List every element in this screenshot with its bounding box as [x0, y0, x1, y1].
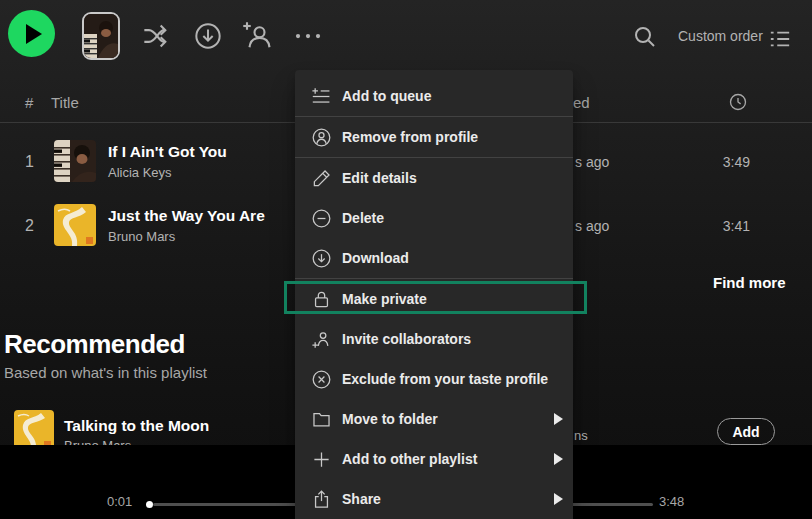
minus-circle-icon [311, 208, 331, 228]
recommended-subtitle: Based on what's in this playlist [4, 364, 207, 381]
shuffle-icon[interactable] [141, 21, 171, 51]
x-circle-icon [311, 369, 331, 389]
folder-icon [311, 409, 331, 429]
track-index: 1 [25, 153, 34, 171]
track-date-added-partial: s ago [575, 218, 609, 234]
recommended-album-art [14, 410, 54, 450]
menu-item-edit-details[interactable]: Edit details [295, 158, 573, 198]
recommended-title: Recommended [4, 329, 185, 360]
add-button[interactable]: Add [717, 418, 775, 445]
menu-item-make-private[interactable]: Make private [295, 279, 573, 319]
track-title[interactable]: If I Ain't Got You [108, 143, 227, 161]
menu-item-label: Download [342, 250, 409, 266]
menu-item-add-to-other-playlist[interactable]: Add to other playlist [295, 439, 573, 479]
menu-item-label: Move to folder [342, 411, 438, 427]
elapsed-time: 0:01 [107, 494, 132, 509]
add-collaborator-icon[interactable] [242, 21, 272, 51]
track-duration: 3:49 [700, 154, 750, 170]
track-date-added-partial: s ago [575, 154, 609, 170]
menu-item-label: Invite collaborators [342, 331, 471, 347]
download-circle-icon [311, 248, 331, 268]
user-circle-icon [311, 127, 331, 147]
menu-item-invite-collaborators[interactable]: Invite collaborators [295, 319, 573, 359]
submenu-arrow-icon [554, 493, 563, 505]
menu-item-remove-from-profile[interactable]: Remove from profile [295, 117, 573, 157]
plus-icon [311, 449, 331, 469]
menu-item-share[interactable]: Share [295, 479, 573, 519]
track-duration: 3:41 [700, 218, 750, 234]
menu-item-delete[interactable]: Delete [295, 198, 573, 238]
album-art-bruno [54, 204, 96, 246]
clock-icon[interactable] [729, 93, 747, 111]
menu-item-label: Make private [342, 291, 427, 307]
track-title[interactable]: Just the Way You Are [108, 207, 265, 225]
track-album-art [54, 204, 96, 246]
lock-icon [311, 289, 331, 309]
more-options-icon[interactable] [293, 21, 323, 51]
add-to-queue-icon [311, 86, 331, 106]
find-more-link[interactable]: Find more [713, 274, 786, 291]
share-icon [311, 489, 331, 509]
pencil-icon [311, 168, 331, 188]
recommended-track-title[interactable]: Talking to the Moon [64, 417, 209, 435]
menu-item-download[interactable]: Download [295, 238, 573, 278]
track-artist[interactable]: Alicia Keys [108, 165, 172, 180]
track-album-art [54, 140, 96, 182]
menu-item-label: Exclude from your taste profile [342, 371, 548, 387]
search-icon[interactable] [630, 22, 660, 52]
column-header-date-added-partial: ed [573, 94, 590, 111]
menu-item-label: Delete [342, 210, 384, 226]
track-index: 2 [25, 217, 34, 235]
recommended-album-partial[interactable]: ns [574, 428, 588, 443]
list-view-icon[interactable] [765, 24, 795, 54]
add-user-icon [311, 329, 331, 349]
album-art-alicia [54, 140, 96, 182]
play-button[interactable] [8, 10, 55, 57]
menu-item-label: Remove from profile [342, 129, 478, 145]
menu-item-add-to-queue[interactable]: Add to queue [295, 76, 573, 116]
menu-item-label: Add to other playlist [342, 451, 477, 467]
play-icon [26, 24, 42, 44]
progress-handle[interactable] [146, 501, 153, 508]
playlist-cover-thumbnail[interactable] [82, 12, 120, 60]
submenu-arrow-icon [554, 453, 563, 465]
menu-item-exclude-from-your-taste-profile[interactable]: Exclude from your taste profile [295, 359, 573, 399]
menu-item-label: Edit details [342, 170, 417, 186]
column-header-index[interactable]: # [25, 94, 33, 111]
submenu-arrow-icon [554, 413, 563, 425]
track-artist[interactable]: Bruno Mars [108, 229, 175, 244]
album-art-alicia-small [84, 14, 118, 58]
menu-item-move-to-folder[interactable]: Move to folder [295, 399, 573, 439]
column-header-title[interactable]: Title [51, 94, 79, 111]
download-circle-icon[interactable] [193, 21, 223, 51]
total-duration: 3:48 [659, 494, 684, 509]
menu-item-label: Share [342, 491, 381, 507]
sort-order-label[interactable]: Custom order [678, 28, 763, 44]
playlist-context-menu: Add to queue Remove from profile Edit de… [295, 70, 573, 519]
menu-item-label: Add to queue [342, 88, 431, 104]
